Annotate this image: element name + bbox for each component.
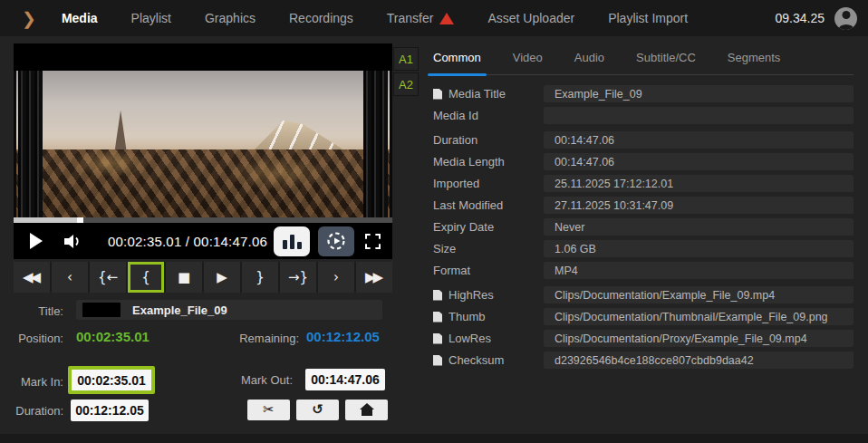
user-avatar-icon[interactable] <box>834 7 857 30</box>
imported-field[interactable]: 25.11.2025 17:12:12.01 <box>544 175 854 192</box>
field-label-text: Media Title <box>448 87 506 101</box>
nav-item-playlist-import[interactable]: Playlist Import <box>608 11 688 25</box>
expand-chevron-icon[interactable]: ❯ <box>22 10 36 27</box>
audio-channel-button-a2[interactable]: A2 <box>393 72 419 96</box>
set-mark-out-button-glyph: } <box>256 271 265 284</box>
nav-item-label: Transfer <box>387 11 434 25</box>
title-input[interactable]: Example_File_09 <box>76 300 382 320</box>
detail-row-highres: HighResClips/Documentation/Example_File_… <box>433 286 854 303</box>
nav-item-transfer[interactable]: Transfer <box>387 11 455 25</box>
stop-button[interactable]: ■ <box>166 262 202 293</box>
play-button[interactable]: ▶ <box>204 262 240 293</box>
tab-subtitle-cc[interactable]: Subtitle/CC <box>636 51 696 74</box>
nav-item-asset-uploader[interactable]: Asset Uploader <box>487 11 574 25</box>
field-label-text: Last Modified <box>433 198 503 212</box>
step-forward-button-glyph: › <box>333 271 339 284</box>
fast-forward-button[interactable]: ▶▶ <box>356 262 392 293</box>
mark-out-label: Mark Out: <box>222 373 293 387</box>
field-label-text: Format <box>433 264 470 277</box>
video-frame <box>16 71 390 217</box>
tab-audio[interactable]: Audio <box>574 51 604 74</box>
last-modified-field[interactable]: 27.11.2025 10:31:47.09 <box>544 197 854 214</box>
metadata-tabs: CommonVideoAudioSubtitle/CCSegments <box>433 51 854 75</box>
nav-item-label: Media <box>62 11 98 25</box>
step-forward-button[interactable]: › <box>318 262 354 293</box>
checksum-field[interactable]: d23926546b4ce188cce807cbdb9daa42 <box>544 352 854 369</box>
position-label: Position: <box>0 332 63 345</box>
step-back-button-glyph: ‹ <box>67 271 72 284</box>
media-length-field[interactable]: 00:14:47.06 <box>544 153 854 170</box>
fast-forward-button-glyph: ▶▶ <box>365 271 381 284</box>
detail-row-expiry-date: Expiry DateNever <box>433 218 854 236</box>
lowres-field[interactable]: Clips/Documentation/Proxy/Example_File_0… <box>544 330 854 347</box>
duration-field[interactable]: 00:12:12.05 <box>71 400 149 421</box>
file-icon <box>433 355 442 366</box>
field-label-text: Thumb <box>448 310 485 323</box>
nav-item-playlist[interactable]: Playlist <box>131 11 171 25</box>
field-label-text: Media Id <box>433 109 478 122</box>
history-restore-icon: ↺ <box>312 403 323 417</box>
cut-button[interactable]: ✂ <box>247 400 290 420</box>
video-preview[interactable] <box>14 43 392 223</box>
audio-channel-button-a1[interactable]: A1 <box>393 47 419 71</box>
loop-play-icon[interactable] <box>318 226 354 256</box>
nav-item-graphics[interactable]: Graphics <box>205 11 256 25</box>
nav-item-recordings[interactable]: Recordings <box>289 11 353 25</box>
field-label: Checksum <box>433 353 544 367</box>
detail-row-media-length: Media Length00:14:47.06 <box>433 153 854 170</box>
home-button[interactable] <box>345 400 388 420</box>
media-title-field[interactable]: Example_File_09 <box>544 85 854 102</box>
detail-row-checksum: Checksumd23926546b4ce188cce807cbdb9daa42 <box>433 352 854 369</box>
transport-controls: ◀◀‹{←{■▶}→}›▶▶ <box>14 262 392 293</box>
set-mark-in-button[interactable]: { <box>128 262 164 293</box>
field-label: Media Title <box>433 87 544 101</box>
metadata-form: Media TitleExample_File_09Media IdDurati… <box>433 85 854 373</box>
detail-row-media-id: Media Id <box>433 107 854 124</box>
position-value: 00:02:35.01 <box>76 329 149 344</box>
rewind-button[interactable]: ◀◀ <box>14 262 50 293</box>
revert-button[interactable]: ↺ <box>296 400 339 420</box>
warning-triangle-icon <box>439 13 454 24</box>
nav-item-label: Playlist <box>131 11 171 25</box>
goto-mark-in-button[interactable]: {← <box>90 262 126 293</box>
nav-item-label: Graphics <box>205 11 256 25</box>
duration-field[interactable]: 00:14:47.06 <box>544 131 854 149</box>
nav-item-media[interactable]: Media <box>62 11 98 25</box>
tab-common[interactable]: Common <box>433 51 481 74</box>
rewind-button-glyph: ◀◀ <box>23 271 38 284</box>
expiry-date-field[interactable]: Never <box>544 218 854 236</box>
set-mark-in-button-glyph: { <box>141 271 150 284</box>
nav-item-label: Playlist Import <box>608 11 688 25</box>
tab-video[interactable]: Video <box>513 51 543 74</box>
main-nav: MediaPlaylistGraphicsRecordingsTransferA… <box>62 11 721 25</box>
clip-title: Example_File_09 <box>132 303 227 317</box>
detail-row-thumb: ThumbClips/Documentation/Thumbnail/Examp… <box>433 308 854 325</box>
mark-out-field[interactable]: 00:14:47.06 <box>305 369 385 390</box>
nav-item-label: Recordings <box>289 11 353 25</box>
mark-in-field[interactable]: 00:02:35.01 <box>68 366 155 394</box>
field-label: Expiry Date <box>433 220 544 234</box>
speaker-icon[interactable] <box>64 234 84 249</box>
file-icon <box>433 290 442 301</box>
field-label: Format <box>433 264 544 277</box>
title-label: Title: <box>0 304 63 318</box>
step-back-button[interactable]: ‹ <box>52 262 88 293</box>
field-label: Last Modified <box>433 198 544 212</box>
fullscreen-icon[interactable] <box>365 234 381 249</box>
clip-thumbnail <box>82 303 121 317</box>
thumb-field[interactable]: Clips/Documentation/Thumbnail/Example_Fi… <box>544 308 854 325</box>
goto-mark-out-button[interactable]: →} <box>280 262 316 293</box>
play-icon[interactable] <box>30 233 43 249</box>
file-icon <box>433 312 442 323</box>
play-button-glyph: ▶ <box>217 271 227 284</box>
set-mark-out-button[interactable]: } <box>242 262 278 293</box>
detail-row-imported: Imported25.11.2025 17:12:12.01 <box>433 175 854 192</box>
highres-field[interactable]: Clips/Documentation/Example_File_09.mp4 <box>544 286 854 303</box>
media-id-field[interactable] <box>544 107 854 124</box>
audio-levels-icon[interactable] <box>274 226 310 256</box>
field-label-text: LowRes <box>448 332 491 345</box>
player-controls: 00:02:35.01 / 00:14:47.06 <box>14 223 392 259</box>
tab-segments[interactable]: Segments <box>728 51 781 74</box>
size-field[interactable]: 1.06 GB <box>544 240 854 257</box>
format-field[interactable]: MP4 <box>544 262 854 279</box>
